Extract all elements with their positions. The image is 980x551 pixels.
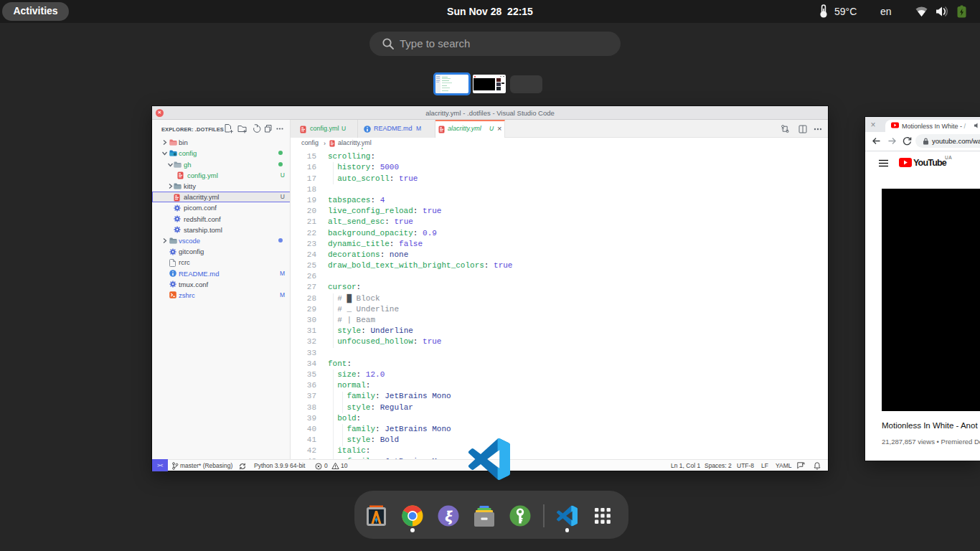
svg-text:ξ: ξ xyxy=(446,507,453,525)
